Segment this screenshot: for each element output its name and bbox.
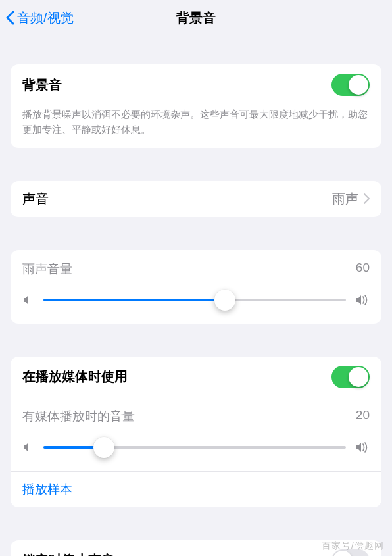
media-volume-value: 20: [356, 408, 370, 425]
chevron-right-icon: [364, 193, 370, 204]
media-volume-slider[interactable]: [43, 436, 346, 459]
media-toggle-label: 在播放媒体时使用: [22, 368, 128, 386]
speaker-high-icon: [355, 442, 370, 453]
group-rain-volume: 雨声音量 60: [11, 250, 381, 324]
media-toggle[interactable]: [331, 366, 370, 388]
group-sound: 声音 雨声: [11, 181, 381, 217]
background-sound-description: 播放背景噪声以消弭不必要的环境杂声。这些声音可最大限度地减少干扰，助您更加专注、…: [11, 105, 381, 148]
background-sound-label: 背景音: [22, 76, 62, 94]
group-media: 在播放媒体时使用 有媒体播放时的音量 20: [11, 357, 381, 507]
chevron-left-icon: [5, 11, 14, 25]
sound-label: 声音: [22, 190, 49, 208]
sound-value-wrap: 雨声: [332, 190, 370, 208]
back-button[interactable]: 音频/视觉: [0, 9, 74, 27]
play-sample-link[interactable]: 播放样本: [11, 472, 381, 507]
toggle-knob: [349, 75, 368, 95]
toggle-knob: [349, 367, 368, 387]
group-background-sound: 背景音 播放背景噪声以消弭不必要的环境杂声。这些声音可最大限度地减少干扰，助您更…: [11, 64, 381, 148]
speaker-high-icon: [355, 294, 370, 306]
rain-volume-value: 60: [356, 261, 370, 278]
speaker-low-icon: [22, 442, 34, 453]
rain-volume-label: 雨声音量: [22, 261, 72, 278]
back-label: 音频/视觉: [17, 9, 74, 27]
sound-value: 雨声: [332, 190, 358, 208]
nav-header: 音频/视觉 背景音: [0, 0, 392, 36]
row-background-sound-toggle: 背景音: [11, 64, 381, 105]
rain-volume-slider[interactable]: [43, 288, 346, 312]
lock-stop-label: 锁定时停止声音: [22, 551, 114, 556]
row-media-toggle: 在播放媒体时使用: [11, 357, 381, 397]
media-volume-label: 有媒体播放时的音量: [22, 408, 135, 425]
rain-volume-block: 雨声音量 60: [11, 250, 381, 324]
row-sound[interactable]: 声音 雨声: [11, 181, 381, 217]
watermark: 百家号/偿趣网: [322, 540, 384, 552]
page-title: 背景音: [176, 9, 216, 27]
media-volume-block: 有媒体播放时的音量 20: [11, 397, 381, 471]
background-sound-toggle[interactable]: [331, 74, 370, 96]
speaker-low-icon: [22, 294, 34, 306]
slider-thumb: [214, 290, 235, 311]
slider-thumb: [93, 437, 114, 458]
